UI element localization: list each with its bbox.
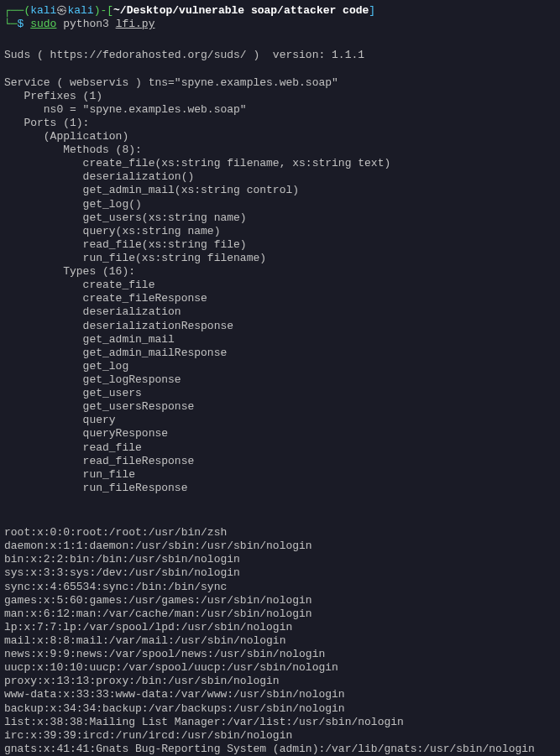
prompt-separator: ㉿ (56, 4, 67, 17)
prompt-user: kali (30, 4, 56, 17)
passwd-output: root:x:0:0:root:/root:/usr/bin/zsh daemo… (4, 513, 556, 756)
prompt-corner: └─ (4, 18, 18, 30)
prompt-close-paren: )-[ (94, 4, 113, 17)
prompt-line-2[interactable]: └─$ sudo python3 lfi.py (4, 18, 556, 31)
cmd-script: lfi.py (116, 18, 155, 30)
suds-output: Suds ( https://fedorahosted.org/suds/ ) … (4, 35, 556, 508)
prompt-path: ~/Desktop/vulnerable soap/attacker code (113, 4, 369, 17)
cmd-sudo: sudo (30, 18, 56, 30)
prompt-close-bracket: ] (369, 4, 375, 17)
cmd-python: python3 (56, 18, 115, 30)
prompt-host: kali (67, 4, 93, 17)
prompt-dollar: $ (18, 18, 31, 30)
prompt-line-1: ┌──(kali㉿kali)-[~/Desktop/vulnerable soa… (4, 4, 556, 18)
prompt-open: ┌──( (4, 4, 30, 17)
